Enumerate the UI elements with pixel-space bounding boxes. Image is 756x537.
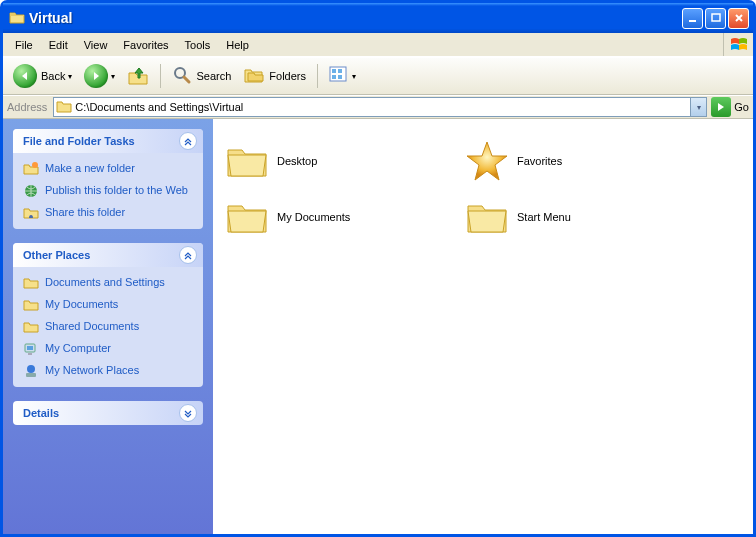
- task-share-folder[interactable]: Share this folder: [23, 205, 193, 221]
- share-folder-icon: [23, 205, 39, 221]
- minimize-button[interactable]: [682, 8, 703, 29]
- back-button[interactable]: Back ▾: [8, 61, 77, 91]
- titlebar[interactable]: Virtual: [3, 3, 753, 33]
- address-path: C:\Documents and Settings\Virtual: [75, 101, 690, 113]
- file-label: Favorites: [517, 155, 562, 167]
- menu-edit[interactable]: Edit: [41, 36, 76, 54]
- folders-icon: [243, 65, 265, 87]
- maximize-button[interactable]: [705, 8, 726, 29]
- place-documents-and-settings[interactable]: Documents and Settings: [23, 275, 193, 291]
- svg-rect-14: [26, 373, 36, 377]
- chevron-down-icon: [179, 404, 197, 422]
- address-dropdown-button[interactable]: ▾: [690, 98, 706, 116]
- svg-rect-12: [28, 353, 32, 355]
- svg-rect-5: [338, 69, 342, 73]
- star-icon: [463, 137, 511, 185]
- place-my-computer[interactable]: My Computer: [23, 341, 193, 357]
- task-make-new-folder[interactable]: Make a new folder: [23, 161, 193, 177]
- address-label: Address: [7, 101, 47, 113]
- svg-rect-6: [332, 75, 336, 79]
- menu-file[interactable]: File: [7, 36, 41, 54]
- chevron-down-icon: ▾: [68, 72, 72, 81]
- svg-rect-1: [712, 14, 720, 21]
- details-group: Details: [13, 401, 203, 425]
- windows-flag-icon[interactable]: [723, 33, 753, 56]
- folder-item-desktop[interactable]: Desktop: [223, 133, 463, 189]
- svg-rect-4: [332, 69, 336, 73]
- file-label: Start Menu: [517, 211, 571, 223]
- chevron-down-icon: ▾: [111, 72, 115, 81]
- window-buttons: [682, 8, 749, 29]
- folder-icon: [223, 193, 271, 241]
- details-header[interactable]: Details: [13, 401, 203, 425]
- svg-rect-7: [338, 75, 342, 79]
- folder-icon: [56, 99, 72, 115]
- chevron-up-icon: [179, 246, 197, 264]
- menubar: File Edit View Favorites Tools Help: [3, 33, 753, 57]
- search-icon: [172, 65, 192, 87]
- address-input[interactable]: C:\Documents and Settings\Virtual ▾: [53, 97, 707, 117]
- up-folder-icon: [127, 66, 149, 86]
- other-places-group: Other Places Documents and Settings My D…: [13, 243, 203, 387]
- svg-rect-0: [689, 20, 696, 22]
- folders-button[interactable]: Folders: [238, 62, 311, 90]
- search-button[interactable]: Search: [167, 62, 236, 90]
- tasks-panel: File and Folder Tasks Make a new folder …: [3, 119, 213, 534]
- menu-tools[interactable]: Tools: [177, 36, 219, 54]
- back-arrow-icon: [13, 64, 37, 88]
- folder-icon: [463, 193, 511, 241]
- svg-point-13: [27, 365, 35, 373]
- close-button[interactable]: [728, 8, 749, 29]
- up-button[interactable]: [122, 63, 154, 89]
- place-network-places[interactable]: My Network Places: [23, 363, 193, 379]
- network-icon: [23, 363, 39, 379]
- forward-button[interactable]: ▾: [79, 61, 120, 91]
- chevron-down-icon: ▾: [352, 72, 356, 81]
- new-folder-icon: [23, 161, 39, 177]
- file-label: Desktop: [277, 155, 317, 167]
- other-places-header[interactable]: Other Places: [13, 243, 203, 267]
- go-arrow-icon: [711, 97, 731, 117]
- window-title: Virtual: [29, 10, 682, 26]
- place-shared-documents[interactable]: Shared Documents: [23, 319, 193, 335]
- folder-content[interactable]: Desktop Favorites My Documents Start Men…: [213, 119, 753, 534]
- forward-arrow-icon: [84, 64, 108, 88]
- chevron-up-icon: [179, 132, 197, 150]
- folder-item-favorites[interactable]: Favorites: [463, 133, 703, 189]
- file-label: My Documents: [277, 211, 350, 223]
- menu-favorites[interactable]: Favorites: [115, 36, 176, 54]
- task-publish-folder[interactable]: Publish this folder to the Web: [23, 183, 193, 199]
- folder-icon: [223, 137, 271, 185]
- folder-icon: [9, 10, 25, 26]
- views-button[interactable]: ▾: [324, 63, 361, 89]
- toolbar-separator: [317, 64, 318, 88]
- folder-item-start-menu[interactable]: Start Menu: [463, 189, 703, 245]
- go-button[interactable]: Go: [711, 97, 749, 117]
- place-my-documents[interactable]: My Documents: [23, 297, 193, 313]
- svg-rect-11: [27, 346, 33, 350]
- toolbar: Back ▾ ▾ Search Folders ▾: [3, 57, 753, 95]
- views-icon: [329, 66, 349, 86]
- address-bar: Address C:\Documents and Settings\Virtua…: [3, 95, 753, 119]
- menu-help[interactable]: Help: [218, 36, 257, 54]
- toolbar-separator: [160, 64, 161, 88]
- folder-icon: [23, 319, 39, 335]
- folder-icon: [23, 297, 39, 313]
- explorer-window: Virtual File Edit View Favorites Tools H…: [0, 0, 756, 537]
- file-folder-tasks-group: File and Folder Tasks Make a new folder …: [13, 129, 203, 229]
- computer-icon: [23, 341, 39, 357]
- globe-icon: [23, 183, 39, 199]
- svg-point-8: [32, 162, 38, 168]
- tasks-group-header[interactable]: File and Folder Tasks: [13, 129, 203, 153]
- folder-icon: [23, 275, 39, 291]
- folder-item-my-documents[interactable]: My Documents: [223, 189, 463, 245]
- menu-view[interactable]: View: [76, 36, 116, 54]
- main-area: File and Folder Tasks Make a new folder …: [3, 119, 753, 534]
